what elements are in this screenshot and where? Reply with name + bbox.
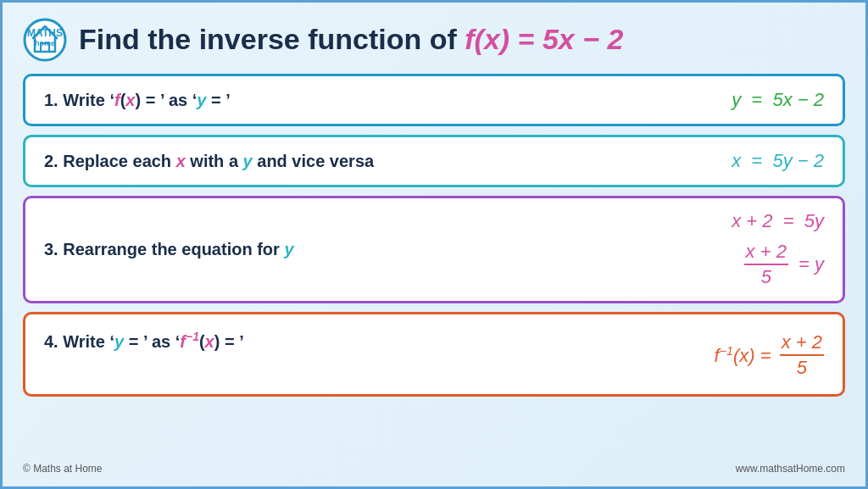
step-4-content: 4. Write ‘y = ’ as ‘f−1(x) = ’ f−1(x) = … xyxy=(44,326,824,380)
step-4-math: f−1(x) = x + 2 5 xyxy=(715,326,824,380)
header: MATHS home Find the inverse function of … xyxy=(23,18,845,62)
step-3-math-line1: x + 2 = 5y xyxy=(732,210,824,232)
title-function: f(x) = 5x − 2 xyxy=(465,23,623,55)
page-title: Find the inverse function of f(x) = 5x −… xyxy=(79,23,623,56)
step-3-box: 3. Rearrange the equation for y x + 2 = … xyxy=(23,196,845,303)
maths-home-logo: MATHS home xyxy=(23,18,67,62)
step-2-box: 2. Replace each x with a y and vice vers… xyxy=(23,135,845,187)
step-3-math: x + 2 = 5y x + 2 5 = y xyxy=(732,210,824,289)
step-3-row: 3. Rearrange the equation for y x + 2 = … xyxy=(44,210,824,289)
step-3-label: 3. Rearrange the equation for y xyxy=(44,240,294,259)
footer-left: © Maths at Home xyxy=(23,463,103,475)
step-3-equals-y: = y xyxy=(793,253,824,275)
svg-text:home: home xyxy=(35,39,55,47)
step-4-fraction: x + 2 5 xyxy=(780,331,824,380)
step-4-label: 4. Write ‘y = ’ as ‘f−1(x) = ’ xyxy=(44,326,244,352)
step-2-label: 2. Replace each x with a y and vice vers… xyxy=(44,152,374,171)
step-4-box: 4. Write ‘y = ’ as ‘f−1(x) = ’ f−1(x) = … xyxy=(23,312,845,397)
main-container: MATHS home Find the inverse function of … xyxy=(3,3,865,486)
step-1-math: y = 5x − 2 xyxy=(732,89,824,111)
step-1-label: 1. Write ‘f(x) = ’ as ‘y = ’ xyxy=(44,91,231,110)
svg-text:MATHS: MATHS xyxy=(27,27,63,39)
step-4-func: f−1(x) = xyxy=(715,344,776,367)
footer: © Maths at Home www.mathsatHome.com xyxy=(23,461,845,475)
step-1-box: 1. Write ‘f(x) = ’ as ‘y = ’ y = 5x − 2 xyxy=(23,74,845,126)
step-3-fraction: x + 2 5 xyxy=(744,241,788,289)
footer-right: www.mathsatHome.com xyxy=(736,463,845,475)
step-2-math: x = 5y − 2 xyxy=(732,150,824,172)
